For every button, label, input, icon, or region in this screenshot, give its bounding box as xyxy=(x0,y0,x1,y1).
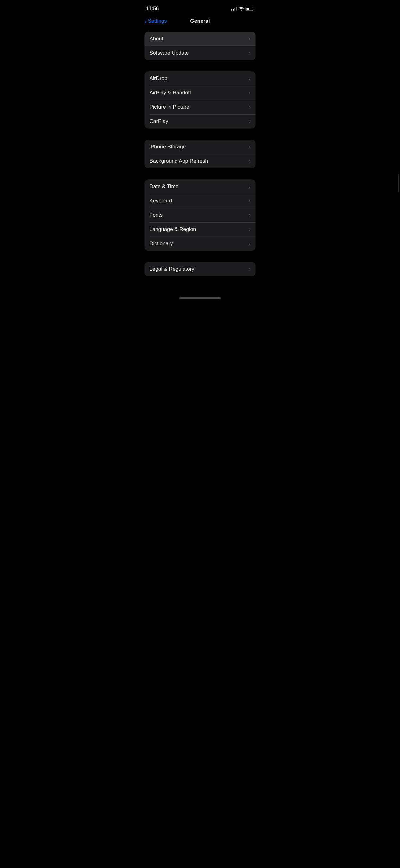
software-update-label: Software Update xyxy=(149,50,189,56)
keyboard-label: Keyboard xyxy=(149,198,172,204)
airdrop-label: AirDrop xyxy=(149,75,167,82)
language-region-label: Language & Region xyxy=(149,226,196,232)
nav-bar: ‹ Settings General xyxy=(139,16,261,29)
software-update-chevron-icon: › xyxy=(249,50,251,56)
carplay-label: CarPlay xyxy=(149,118,168,124)
airdrop-row[interactable]: AirDrop › xyxy=(144,71,256,86)
legal-regulatory-chevron-icon: › xyxy=(249,266,251,272)
background-app-refresh-chevron-icon: › xyxy=(249,158,251,164)
picture-in-picture-chevron-icon: › xyxy=(249,104,251,110)
fonts-chevron-icon: › xyxy=(249,212,251,218)
software-update-row[interactable]: Software Update › xyxy=(144,46,256,60)
picture-in-picture-row[interactable]: Picture in Picture › xyxy=(144,100,256,114)
dictionary-chevron-icon: › xyxy=(249,241,251,247)
airplay-handoff-label: AirPlay & Handoff xyxy=(149,90,191,96)
iphone-storage-row[interactable]: iPhone Storage › xyxy=(144,140,256,154)
iphone-storage-chevron-icon: › xyxy=(249,144,251,150)
dictionary-label: Dictionary xyxy=(149,241,173,247)
legal-regulatory-label: Legal & Regulatory xyxy=(149,266,194,272)
date-time-chevron-icon: › xyxy=(249,184,251,189)
background-app-refresh-label: Background App Refresh xyxy=(149,158,208,164)
airdrop-chevron-icon: › xyxy=(249,76,251,81)
settings-content: About › Software Update › AirDrop › AirP… xyxy=(139,29,261,289)
legal-regulatory-row[interactable]: Legal & Regulatory › xyxy=(144,262,256,276)
wifi-icon xyxy=(239,7,244,10)
about-chevron-icon: › xyxy=(249,36,251,41)
page-title: General xyxy=(190,18,210,24)
settings-group-3: iPhone Storage › Background App Refresh … xyxy=(144,140,256,168)
settings-group-1: About › Software Update › xyxy=(144,32,256,60)
fonts-label: Fonts xyxy=(149,212,163,218)
fonts-row[interactable]: Fonts › xyxy=(144,208,256,222)
about-row[interactable]: About › xyxy=(144,32,256,46)
back-chevron-icon: ‹ xyxy=(144,18,147,24)
airplay-handoff-chevron-icon: › xyxy=(249,90,251,96)
language-region-chevron-icon: › xyxy=(249,227,251,232)
settings-group-4: Date & Time › Keyboard › Fonts › Languag… xyxy=(144,180,256,251)
airplay-handoff-row[interactable]: AirPlay & Handoff › xyxy=(144,86,256,100)
back-label: Settings xyxy=(148,18,167,24)
about-label: About xyxy=(149,36,163,42)
keyboard-row[interactable]: Keyboard › xyxy=(144,194,256,208)
carplay-chevron-icon: › xyxy=(249,119,251,124)
status-bar: 11:56 xyxy=(139,0,261,16)
dictionary-row[interactable]: Dictionary › xyxy=(144,237,256,251)
keyboard-chevron-icon: › xyxy=(249,198,251,204)
status-icons xyxy=(231,7,254,11)
date-time-row[interactable]: Date & Time › xyxy=(144,180,256,194)
settings-group-5: Legal & Regulatory › xyxy=(144,262,256,276)
iphone-storage-label: iPhone Storage xyxy=(149,144,186,150)
home-indicator xyxy=(139,295,261,302)
background-app-refresh-row[interactable]: Background App Refresh › xyxy=(144,154,256,168)
back-button[interactable]: ‹ Settings xyxy=(144,18,167,24)
battery-icon xyxy=(245,7,254,11)
date-time-label: Date & Time xyxy=(149,183,178,190)
picture-in-picture-label: Picture in Picture xyxy=(149,104,190,110)
carplay-row[interactable]: CarPlay › xyxy=(144,114,256,128)
language-region-row[interactable]: Language & Region › xyxy=(144,222,256,237)
status-time: 11:56 xyxy=(146,6,159,12)
settings-group-2: AirDrop › AirPlay & Handoff › Picture in… xyxy=(144,71,256,128)
signal-icon xyxy=(231,7,237,10)
home-bar xyxy=(179,298,221,299)
